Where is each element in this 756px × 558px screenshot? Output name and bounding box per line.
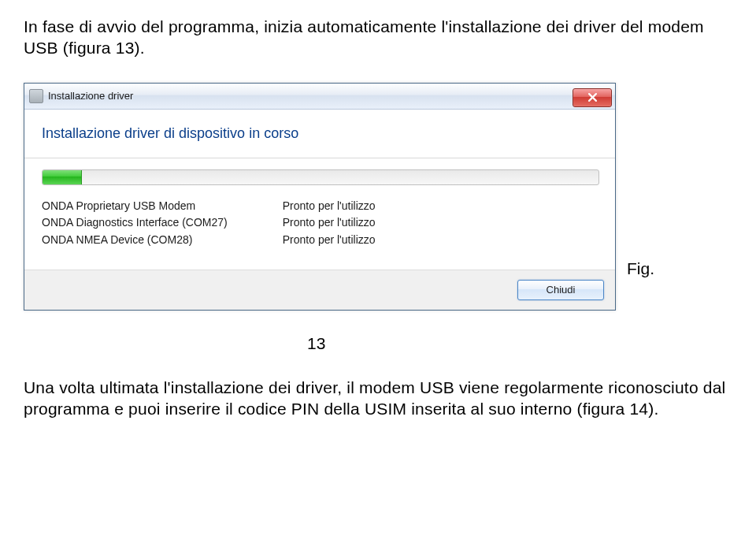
dialog-heading-area: Installazione driver di dispositivo in c…	[24, 110, 615, 158]
list-item: Pronto per l'utilizzo	[283, 198, 376, 215]
dialog-title: Installazione driver	[48, 90, 133, 102]
close-action-button[interactable]: Chiudi	[517, 280, 604, 300]
figure-caption: Fig.	[627, 259, 654, 310]
dialog-titlebar: Installazione driver	[24, 84, 615, 110]
dialog-footer: Chiudi	[24, 270, 615, 310]
close-icon	[588, 93, 597, 102]
list-item: Pronto per l'utilizzo	[283, 214, 376, 232]
dialog-figure-row: Installazione driver Installazione drive…	[24, 83, 732, 311]
figure-number: 13	[307, 334, 732, 353]
intro-paragraph: In fase di avvio del programma, inizia a…	[24, 16, 732, 59]
figure-label: Fig.	[627, 259, 654, 310]
status-column: Pronto per l'utilizzo Pronto per l'utili…	[283, 198, 376, 249]
dialog-heading: Installazione driver di dispositivo in c…	[42, 125, 598, 142]
list-item: ONDA NMEA Device (COM28)	[42, 232, 228, 249]
driver-list: ONDA Proprietary USB Modem ONDA Diagnost…	[42, 198, 598, 249]
progress-bar	[42, 169, 599, 185]
outro-paragraph: Una volta ultimata l'installazione dei d…	[24, 377, 732, 420]
list-item: ONDA Diagnostics Interface (COM27)	[42, 214, 228, 232]
progress-fill	[43, 170, 82, 184]
close-button[interactable]	[573, 88, 612, 107]
dialog-content: ONDA Proprietary USB Modem ONDA Diagnost…	[24, 158, 615, 270]
titlebar-left: Installazione driver	[29, 89, 133, 103]
installer-dialog: Installazione driver Installazione drive…	[24, 83, 616, 311]
list-item: Pronto per l'utilizzo	[283, 232, 376, 249]
device-column: ONDA Proprietary USB Modem ONDA Diagnost…	[42, 198, 228, 249]
list-item: ONDA Proprietary USB Modem	[42, 198, 228, 215]
app-icon	[29, 89, 43, 103]
